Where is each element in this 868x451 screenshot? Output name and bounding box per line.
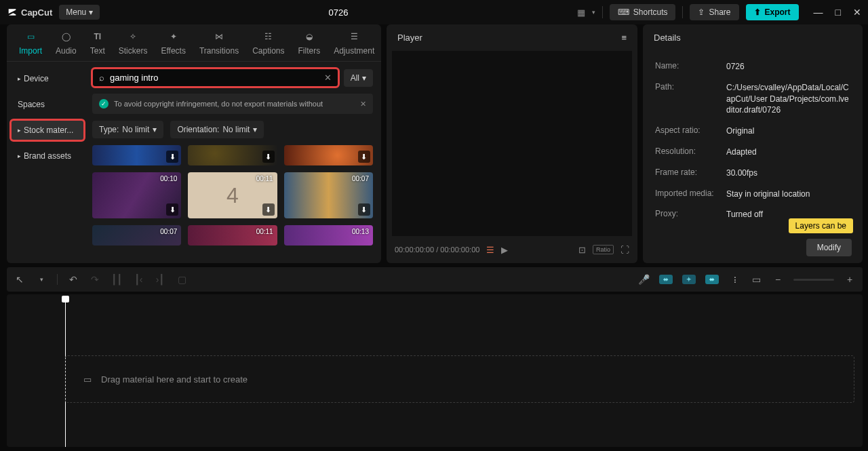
sidebar-item-device[interactable]: ▸Device	[11, 68, 84, 89]
download-icon[interactable]: ⬇	[262, 203, 275, 216]
chevron-down-icon[interactable]: ▾	[35, 276, 47, 283]
download-icon[interactable]: ⬇	[166, 151, 178, 163]
play-button[interactable]: ▶	[501, 245, 508, 255]
sidebar-item-stock[interactable]: ▸Stock mater...	[11, 120, 84, 140]
stock-thumbnail[interactable]: 00:07	[92, 225, 181, 246]
download-icon[interactable]: ⬇	[166, 203, 178, 216]
magnet-toggle[interactable]: ✦	[682, 275, 696, 284]
stock-thumbnail[interactable]: 00:13	[284, 225, 373, 246]
fullscreen-icon[interactable]: ⛶	[620, 245, 629, 255]
zoom-out-button[interactable]: −	[772, 274, 784, 285]
trim-left-tool[interactable]: ┃‹	[132, 274, 144, 285]
timeline-drop-zone[interactable]: ▭ Drag material here and start to create	[65, 355, 854, 403]
sidebar-item-spaces[interactable]: Spaces	[11, 94, 84, 115]
ratio-button[interactable]: Ratio	[593, 245, 614, 254]
minimize-button[interactable]: —	[814, 7, 823, 18]
capcut-logo-icon	[7, 7, 18, 18]
redo-button[interactable]: ↷	[89, 274, 101, 285]
duration-label: 00:07	[160, 228, 177, 235]
media-panel: ▭Import ◯Audio TIText ✧Stickers ✦Effects…	[7, 24, 381, 263]
filter-all-button[interactable]: All ▾	[344, 69, 373, 87]
search-row: ⌕ ✕ All ▾	[92, 68, 373, 87]
tab-captions[interactable]: ☷Captions	[245, 24, 291, 61]
media-tabs: ▭Import ◯Audio TIText ✧Stickers ✦Effects…	[7, 24, 381, 62]
tab-filters[interactable]: ◒Filters	[292, 24, 328, 61]
separator	[602, 6, 603, 18]
tab-adjustment[interactable]: ☰Adjustment	[327, 24, 381, 61]
download-icon[interactable]: ⬇	[358, 151, 370, 163]
zoom-in-button[interactable]: +	[844, 274, 856, 285]
stock-thumbnail[interactable]: ⬇	[284, 145, 373, 165]
hamburger-icon[interactable]: ≡	[621, 33, 627, 43]
duration-label: 00:07	[352, 175, 369, 182]
duration-label: 00:11	[256, 175, 273, 182]
download-icon[interactable]: ⬇	[358, 203, 370, 216]
tab-import[interactable]: ▭Import	[12, 24, 49, 61]
chevron-down-icon[interactable]: ▾	[592, 9, 595, 16]
adjustment-icon: ☰	[347, 30, 361, 43]
download-icon[interactable]: ⬇	[262, 151, 275, 163]
orientation-filter[interactable]: Orientation: No limit ▾	[170, 121, 264, 138]
tab-transitions[interactable]: ⋈Transitions	[193, 24, 245, 61]
align-tool[interactable]: ⫶	[728, 274, 741, 285]
tab-stickers[interactable]: ✧Stickers	[112, 24, 155, 61]
media-sidebar: ▸Device Spaces ▸Stock mater... ▸Brand as…	[7, 62, 88, 263]
modify-button[interactable]: Modify	[806, 239, 852, 256]
preview-tool[interactable]: ▭	[750, 274, 762, 285]
export-button[interactable]: ⬆ Export	[746, 4, 799, 20]
search-input[interactable]	[110, 73, 319, 83]
tab-audio[interactable]: ◯Audio	[49, 24, 83, 61]
delete-tool[interactable]: ▢	[176, 274, 188, 285]
split-tool[interactable]: ┃┃	[111, 274, 123, 285]
detail-row-resolution: Resolution:Adapted	[655, 142, 850, 163]
close-notice-button[interactable]: ✕	[360, 100, 366, 109]
tab-effects[interactable]: ✦Effects	[154, 24, 192, 61]
zoom-slider[interactable]	[793, 279, 834, 281]
caret-icon: ▸	[18, 127, 21, 134]
crop-icon[interactable]: ⊡	[578, 245, 586, 255]
check-icon: ✓	[99, 99, 108, 109]
titlebar: CapCut Menu ▾ 0726 ▦ ▾ ⌨ Shortcuts ⇪ Sha…	[0, 0, 868, 24]
media-body: ▸Device Spaces ▸Stock mater... ▸Brand as…	[7, 62, 381, 263]
stock-thumbnail[interactable]: 00:10⬇	[92, 172, 181, 218]
chevron-down-icon: ▾	[253, 125, 257, 134]
shortcuts-button[interactable]: ⌨ Shortcuts	[610, 4, 676, 20]
tab-text[interactable]: TIText	[83, 24, 112, 61]
clear-search-button[interactable]: ✕	[324, 73, 332, 83]
player-canvas[interactable]	[392, 51, 632, 236]
mic-icon[interactable]: 🎤	[637, 274, 650, 285]
detail-row-aspect: Aspect ratio:Original	[655, 121, 850, 142]
menu-button[interactable]: Menu ▾	[59, 5, 100, 20]
timecode: 00:00:00:00 / 00:00:00:00	[395, 246, 479, 254]
maximize-button[interactable]: □	[835, 7, 841, 18]
trim-right-tool[interactable]: ›┃	[154, 274, 166, 285]
list-icon[interactable]: ☰	[486, 245, 494, 255]
tooltip: Layers can be	[789, 218, 853, 233]
undo-button[interactable]: ↶	[67, 274, 79, 285]
effects-icon: ✦	[167, 30, 180, 43]
layout-icon[interactable]: ▦	[577, 7, 585, 18]
share-button[interactable]: ⇪ Share	[690, 4, 738, 20]
timeline[interactable]: ▭ Drag material here and start to create	[7, 294, 863, 447]
separator	[57, 274, 58, 285]
stock-thumbnail[interactable]: ⬇	[92, 145, 181, 165]
keyboard-icon: ⌨	[618, 7, 629, 17]
main-row: ▭Import ◯Audio TIText ✧Stickers ✦Effects…	[0, 24, 868, 263]
pointer-tool[interactable]: ↖	[14, 274, 26, 285]
close-button[interactable]: ✕	[853, 7, 861, 18]
snap-toggle[interactable]: ⬌	[659, 275, 673, 284]
stock-thumbnail[interactable]: 00:07⬇	[284, 172, 373, 218]
duration-label: 00:10	[160, 175, 177, 182]
stock-thumbnail[interactable]: 00:11	[188, 225, 277, 246]
stock-thumbnail[interactable]: 400:11⬇	[188, 172, 277, 218]
link-toggle[interactable]: ⬌	[705, 275, 719, 284]
type-filter[interactable]: Type: No limit ▾	[92, 121, 163, 138]
stock-thumbnail[interactable]: ⬇	[188, 145, 277, 165]
caret-icon: ▸	[18, 75, 21, 82]
media-content: ⌕ ✕ All ▾ ✓ To avoid copyright infringem…	[88, 62, 381, 263]
audio-icon: ◯	[59, 30, 73, 43]
chevron-down-icon: ▾	[153, 125, 157, 134]
separator	[682, 6, 683, 18]
sidebar-item-brand[interactable]: ▸Brand assets	[11, 146, 84, 166]
search-box[interactable]: ⌕ ✕	[92, 68, 338, 87]
